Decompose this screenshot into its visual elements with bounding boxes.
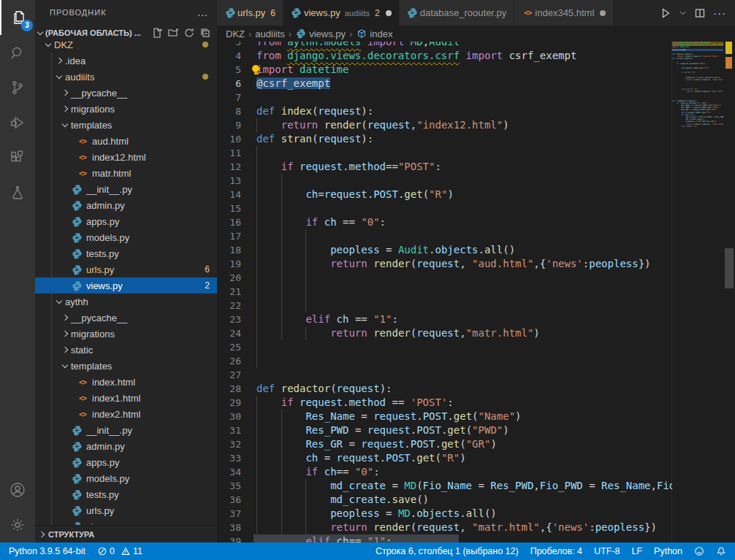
run-debug-icon[interactable] xyxy=(0,105,35,140)
code-line-14[interactable]: 14 ch=request.POST.get("R") xyxy=(217,188,672,202)
run-dropdown-chevron-icon[interactable] xyxy=(679,9,687,17)
tab-index345-html[interactable]: <>index345.html xyxy=(514,0,613,26)
outline-section-header[interactable]: СТРУКТУРА xyxy=(35,525,217,542)
status-language-mode[interactable]: Python xyxy=(648,546,688,556)
run-python-file-icon[interactable] xyxy=(660,7,671,19)
status-cursor-position[interactable]: Строка 6, столбец 1 (выбрано 12) xyxy=(370,546,525,556)
tree-item-admin-py[interactable]: admin.py xyxy=(35,438,217,454)
code-line-24[interactable]: 24 return render(request,"matr.html") xyxy=(217,326,672,340)
code-line-30[interactable]: 30 Res_Name = request.POST.get("Name") xyxy=(217,410,672,423)
code-line-29[interactable]: 29 if request.method == 'POST': xyxy=(217,396,672,410)
code-line-31[interactable]: 31 Res_PWD = request.POST.get("PWD") xyxy=(217,423,672,437)
code-line-38[interactable]: 38 return render(request, "matr.html",{'… xyxy=(217,521,672,534)
status-indentation[interactable]: Пробелов: 4 xyxy=(525,546,588,556)
code-line-26[interactable]: 26 xyxy=(217,354,672,368)
breadcrumb-item-index[interactable]: index xyxy=(356,28,392,39)
code-line-33[interactable]: 33 ch = request.POST.get("R") xyxy=(217,451,672,465)
status-feedback-icon[interactable] xyxy=(688,546,710,556)
code-line-5[interactable]: 5import datetime xyxy=(217,63,672,77)
code-line-15[interactable]: 15 xyxy=(217,202,672,215)
tree-item-tests-py[interactable]: tests.py xyxy=(35,486,217,502)
code-line-16[interactable]: 16 if ch == "0": xyxy=(217,215,672,229)
new-folder-icon[interactable] xyxy=(167,27,179,39)
code-line-36[interactable]: 36 md_create.save() xyxy=(217,493,672,507)
code-line-35[interactable]: 35 md_create = MD(Fio_Name = Res_PWD,Fio… xyxy=(217,479,672,493)
tree-item-models-py[interactable]: models.py xyxy=(35,470,217,486)
code-line-34[interactable]: 34 if ch== "0": xyxy=(217,465,672,479)
code-line-8[interactable]: 8def index(request): xyxy=(217,104,672,118)
explorer-icon[interactable]: 3 xyxy=(0,0,37,35)
tree-item-templates[interactable]: templates xyxy=(35,358,217,374)
extensions-icon[interactable] xyxy=(0,140,35,175)
account-icon[interactable] xyxy=(0,472,35,507)
status-encoding[interactable]: UTF-8 xyxy=(588,546,625,556)
split-editor-icon[interactable] xyxy=(694,7,706,19)
scrollbar-thumb[interactable] xyxy=(725,248,734,288)
tree-item-index-html[interactable]: <>index.html xyxy=(35,374,217,390)
testing-icon[interactable] xyxy=(0,175,35,210)
code-line-10[interactable]: 10def stran(request): xyxy=(217,132,672,146)
code-line-37[interactable]: 37 peopless = MD.objects.all() xyxy=(217,507,672,521)
tree-item-matr-html[interactable]: <>matr.html xyxy=(35,165,217,181)
tree-item-admin-py[interactable]: admin.py xyxy=(35,197,217,213)
code-line-22[interactable]: 22 xyxy=(217,299,672,312)
tree-item-aythh[interactable]: aythh xyxy=(35,294,217,310)
explorer-more-actions-icon[interactable]: ... xyxy=(197,0,208,25)
source-control-icon[interactable] xyxy=(0,70,35,105)
code-line-28[interactable]: 28def redactor(request): xyxy=(217,382,672,396)
tree-item-migrations[interactable]: migrations xyxy=(35,326,217,342)
status-python-version[interactable]: Python 3.9.5 64-bit xyxy=(3,546,91,556)
tree-item-index12-html[interactable]: <>index12.html xyxy=(35,149,217,165)
tree-item-index1-html[interactable]: <>index1.html xyxy=(35,390,217,406)
code-line-3[interactable]: 3from aythh.models import MD,Audit xyxy=(217,42,672,49)
code-line-7[interactable]: 7 xyxy=(217,91,672,104)
code-line-6[interactable]: 6@csrf_exempt xyxy=(217,77,672,91)
code-line-19[interactable]: 19 return render(request, "aud.html",{'n… xyxy=(217,257,672,271)
code-line-13[interactable]: 13 xyxy=(217,174,672,188)
minimap[interactable]: from aythh.models import MD,Auditfrom dj… xyxy=(671,42,723,542)
breadcrumb-item-audiiits[interactable]: audiiits xyxy=(255,28,284,39)
tab-views-py[interactable]: views.pyaudiiits2 xyxy=(283,0,399,26)
tree-item-migrations[interactable]: migrations xyxy=(35,101,217,117)
dirty-dot-icon[interactable] xyxy=(600,10,606,16)
tree-item--init-py[interactable]: __init__.py xyxy=(35,422,217,438)
tree-item-models-py[interactable]: models.py xyxy=(35,229,217,245)
tree-item--init-py[interactable]: __init__.py xyxy=(35,181,217,197)
breadcrumb-item-views-py[interactable]: views.py xyxy=(295,28,346,39)
tree-item-templates[interactable]: templates xyxy=(35,117,217,133)
tree-item-aud-html[interactable]: <>aud.html xyxy=(35,133,217,149)
lightbulb-icon[interactable] xyxy=(252,65,260,74)
tree-item-apps-py[interactable]: apps.py xyxy=(35,213,217,229)
settings-gear-icon[interactable] xyxy=(0,507,35,542)
tree-item-urls-py[interactable]: urls.py xyxy=(35,502,217,518)
status-eol[interactable]: LF xyxy=(625,546,648,556)
tree-item-audiiits[interactable]: audiiits xyxy=(35,69,217,85)
collapse-all-icon[interactable] xyxy=(199,27,211,39)
tree-item--pycache-[interactable]: __pycache__ xyxy=(35,85,217,101)
code-line-12[interactable]: 12 if request.method=="POST": xyxy=(217,160,672,174)
code-line-21[interactable]: 21 xyxy=(217,285,672,299)
code-line-4[interactable]: 4from django.views.decorators.csrf impor… xyxy=(217,49,672,63)
code-line-20[interactable]: 20 xyxy=(217,271,672,285)
code-line-32[interactable]: 32 Res_GR = request.POST.get("GR") xyxy=(217,437,672,451)
code-line-27[interactable]: 27 xyxy=(217,368,672,382)
tree-item-tests-py[interactable]: tests.py xyxy=(35,245,217,261)
code-line-17[interactable]: 17 xyxy=(217,229,672,243)
status-problems[interactable]: 011 xyxy=(91,546,148,556)
search-icon[interactable] xyxy=(0,35,35,70)
workspace-section-header[interactable]: (РАБОЧАЯ ОБЛАСТЬ) ... xyxy=(35,25,217,41)
code-line-39[interactable]: 39 elif ch== "1": xyxy=(217,534,672,542)
status-notifications-icon[interactable] xyxy=(710,546,732,556)
code-line-9[interactable]: 9 return render(request,"index12.html") xyxy=(217,118,672,132)
tree-item-urls-py[interactable]: urls.py6 xyxy=(35,261,217,277)
tree-item-views-py[interactable]: views.py2 xyxy=(35,277,217,294)
code-line-18[interactable]: 18 peopless = Audit.objects.all() xyxy=(217,243,672,257)
tree-item-index2-html[interactable]: <>index2.html xyxy=(35,406,217,422)
tree-item-static[interactable]: static xyxy=(35,342,217,358)
more-actions-icon[interactable]: ··· xyxy=(713,7,726,19)
new-file-icon[interactable] xyxy=(151,27,163,39)
code-line-25[interactable]: 25 xyxy=(217,340,672,354)
code-line-11[interactable]: 11 xyxy=(217,146,672,160)
refresh-icon[interactable] xyxy=(183,27,195,39)
dirty-dot-icon[interactable] xyxy=(386,10,392,16)
